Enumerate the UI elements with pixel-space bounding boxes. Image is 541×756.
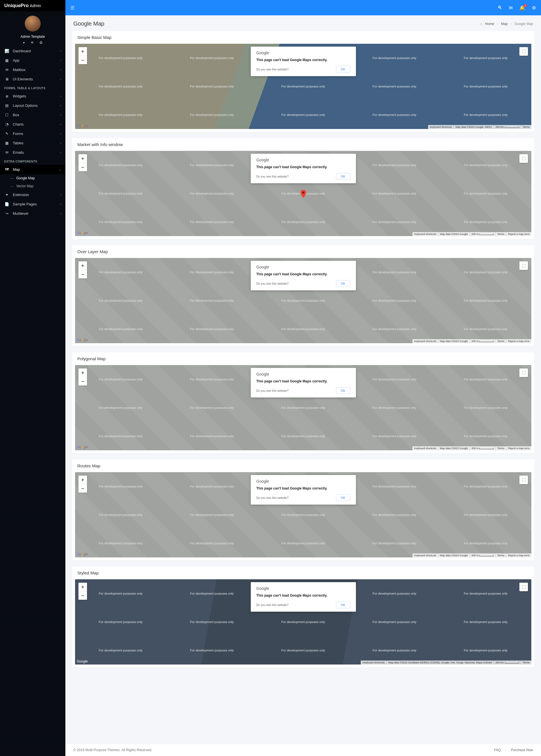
- avatar[interactable]: [25, 16, 41, 32]
- dialog-ok-button[interactable]: OK: [336, 387, 350, 394]
- map-scale: 200 m: [469, 232, 495, 236]
- zoom-in-button[interactable]: +: [79, 154, 87, 163]
- fullscreen-button[interactable]: ⛶: [519, 154, 528, 163]
- map-terms-link[interactable]: Terms: [521, 660, 532, 664]
- home-icon: ⌂: [480, 22, 482, 26]
- settings-icon[interactable]: ⚙: [532, 5, 536, 11]
- map-data-label: Map data ©2023 Google: [438, 232, 469, 236]
- sidebar-item-app[interactable]: ▦ App ›: [0, 56, 65, 65]
- map-canvas[interactable]: For development purposes onlyFor develop…: [75, 365, 531, 450]
- google-logo[interactable]: Google: [77, 445, 88, 449]
- footer-purchase[interactable]: Purchase Now: [511, 748, 533, 752]
- breadcrumb-home[interactable]: Home: [485, 22, 494, 26]
- google-logo[interactable]: Google: [77, 124, 88, 128]
- keyboard-shortcuts-link[interactable]: Keyboard shortcuts: [412, 232, 438, 236]
- dialog-ok-button[interactable]: OK: [336, 173, 350, 180]
- map-canvas[interactable]: For development purposes onlyFor develop…: [75, 151, 531, 236]
- dialog-ok-button[interactable]: OK: [336, 280, 350, 287]
- keyboard-shortcuts-link[interactable]: Keyboard shortcuts: [361, 660, 386, 664]
- sidebar-subitem-vector-map[interactable]: — Vector Map: [0, 182, 65, 190]
- map-terms-link[interactable]: Terms: [495, 232, 506, 236]
- sidebar-subitem-google-map[interactable]: — Google Map: [0, 174, 65, 182]
- map-report-link[interactable]: Report a map error: [506, 232, 531, 236]
- google-logo[interactable]: Google: [77, 231, 88, 235]
- dialog-own-link[interactable]: Do you own this website?: [257, 496, 288, 499]
- zoom-in-button[interactable]: +: [79, 261, 87, 270]
- sidebar-item-extension[interactable]: ✦ Extension ›: [0, 190, 65, 199]
- zoom-in-button[interactable]: +: [79, 583, 87, 591]
- zoom-out-button[interactable]: −: [79, 591, 87, 600]
- sidebar-item-ui-elements[interactable]: 🖥 UI Elements ›: [0, 75, 65, 84]
- notif-badge: 1: [524, 4, 527, 7]
- zoom-out-button[interactable]: −: [79, 56, 87, 64]
- sidebar-item-sample-pages[interactable]: 📄 Sample Pages ›: [0, 199, 65, 209]
- svg-point-0: [302, 191, 304, 193]
- map-credits: Keyboard shortcuts Map data ©2023 Google…: [428, 125, 531, 129]
- map-report-link[interactable]: Report a map error: [506, 553, 531, 557]
- search-icon[interactable]: 🔍︎: [497, 5, 502, 10]
- zoom-out-button[interactable]: −: [79, 484, 87, 493]
- breadcrumb-section[interactable]: Map: [501, 22, 507, 26]
- dialog-ok-button[interactable]: OK: [336, 602, 350, 608]
- user-status-icon[interactable]: ●: [23, 41, 25, 44]
- map-terms-link[interactable]: Terms: [521, 125, 532, 129]
- dialog-own-link[interactable]: Do you own this website?: [257, 389, 288, 392]
- fullscreen-button[interactable]: ⛶: [519, 47, 528, 56]
- zoom-in-button[interactable]: +: [79, 476, 87, 484]
- keyboard-shortcuts-link[interactable]: Keyboard shortcuts: [412, 339, 438, 343]
- sidebar-item-map[interactable]: 🗺 Map ⌄: [0, 165, 65, 174]
- sidebar-item-layout-options[interactable]: ▤ Layout Options ›: [0, 101, 65, 110]
- keyboard-shortcuts-link[interactable]: Keyboard shortcuts: [428, 125, 454, 129]
- bell-icon[interactable]: 🔔1: [519, 5, 525, 11]
- sidebar-item-forms[interactable]: ✎ Forms ›: [0, 129, 65, 138]
- google-logo[interactable]: Google: [77, 338, 88, 342]
- sidebar-item-mailbox[interactable]: ✉ Mailbox ›: [0, 65, 65, 75]
- fullscreen-button[interactable]: ⛶: [519, 261, 528, 270]
- sidebar-item-charts[interactable]: ◔ Charts ›: [0, 120, 65, 129]
- menu-toggle-icon[interactable]: ☰: [71, 5, 75, 11]
- map-report-link[interactable]: Report a map error: [506, 446, 531, 450]
- footer-faq[interactable]: FAQ: [494, 748, 501, 752]
- map-canvas[interactable]: For development purposes onlyFor develop…: [75, 579, 531, 664]
- fullscreen-button[interactable]: ⛶: [519, 476, 528, 484]
- sidebar-item-dashboard[interactable]: 📊 Dashboard ›: [0, 46, 65, 56]
- main: Google Map ⌂ Home › Map › Google Map Sim…: [65, 0, 541, 756]
- fullscreen-button[interactable]: ⛶: [519, 369, 528, 377]
- google-logo[interactable]: Google: [77, 552, 88, 556]
- mail-icon[interactable]: ✉: [509, 5, 513, 11]
- map-terms-link[interactable]: Terms: [495, 446, 506, 450]
- fullscreen-button[interactable]: ⛶: [519, 583, 528, 591]
- dialog-ok-button[interactable]: OK: [336, 494, 350, 501]
- nav-icon: ≣: [4, 94, 9, 98]
- map-canvas[interactable]: For development purposes onlyFor develop…: [75, 472, 531, 557]
- sidebar-item-emails[interactable]: ✉ Emails ›: [0, 148, 65, 157]
- zoom-in-button[interactable]: +: [79, 369, 87, 377]
- keyboard-shortcuts-link[interactable]: Keyboard shortcuts: [412, 446, 438, 450]
- sidebar-item-tables[interactable]: ▦ Tables ›: [0, 138, 65, 148]
- brand[interactable]: UniquePro Admin: [0, 0, 65, 11]
- sidebar-item-multilevel[interactable]: ↪ Multilevel ›: [0, 209, 65, 218]
- sidebar-item-box[interactable]: ☐ Box ›: [0, 110, 65, 120]
- dialog-own-link[interactable]: Do you own this website?: [257, 175, 288, 178]
- dialog-own-link[interactable]: Do you own this website?: [257, 282, 288, 285]
- map-report-link[interactable]: Report a map error: [506, 339, 531, 343]
- dialog-own-link[interactable]: Do you own this website?: [257, 68, 288, 71]
- zoom-in-button[interactable]: +: [79, 47, 87, 56]
- keyboard-shortcuts-link[interactable]: Keyboard shortcuts: [412, 553, 438, 557]
- zoom-out-button[interactable]: −: [79, 377, 87, 385]
- user-power-icon[interactable]: ⏻: [40, 41, 42, 44]
- map-error-dialog: Google This page can't load Google Maps …: [251, 261, 356, 290]
- zoom-out-button[interactable]: −: [79, 163, 87, 171]
- sidebar-item-widgets[interactable]: ≣ Widgets ›: [0, 92, 65, 101]
- card-title: Over Layer Map: [72, 245, 534, 258]
- map-marker-icon[interactable]: [300, 190, 306, 198]
- google-logo[interactable]: Google: [77, 659, 88, 663]
- map-terms-link[interactable]: Terms: [495, 339, 506, 343]
- user-mail-icon[interactable]: ✉: [31, 41, 33, 44]
- map-canvas[interactable]: For development purposes onlyFor develop…: [75, 44, 531, 129]
- zoom-out-button[interactable]: −: [79, 270, 87, 278]
- dialog-own-link[interactable]: Do you own this website?: [257, 604, 288, 607]
- dialog-ok-button[interactable]: OK: [336, 66, 350, 73]
- map-canvas[interactable]: For development purposes onlyFor develop…: [75, 258, 531, 343]
- map-terms-link[interactable]: Terms: [495, 553, 506, 557]
